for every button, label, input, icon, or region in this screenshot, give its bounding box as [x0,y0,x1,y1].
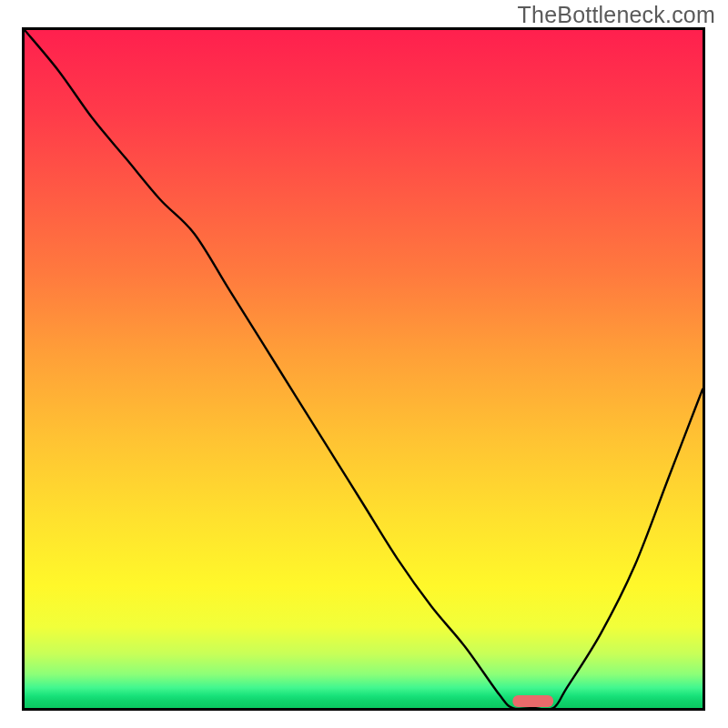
curve-layer [25,30,703,708]
chart-stage: TheBottleneck.com [0,0,728,728]
plot-area [22,27,705,711]
optimal-range-marker [512,695,553,707]
bottleneck-curve [25,30,703,708]
watermark-text: TheBottleneck.com [518,2,715,28]
